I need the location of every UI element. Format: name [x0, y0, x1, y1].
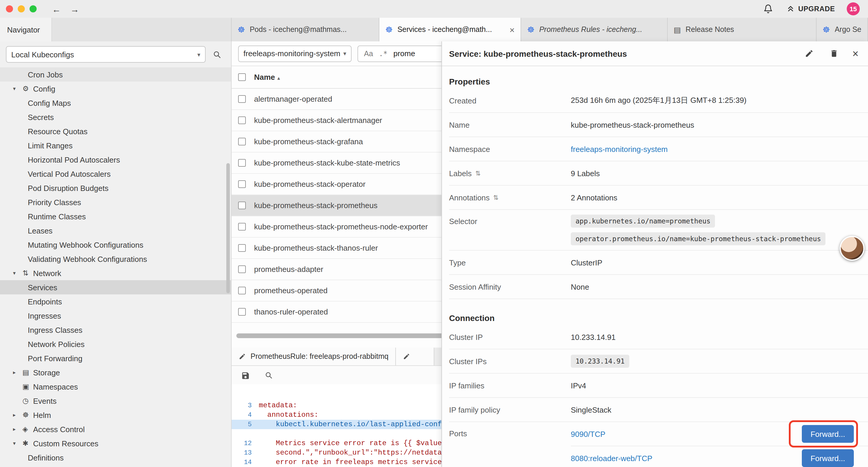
chevron-icon[interactable]: ▸	[13, 370, 23, 375]
notification-count-badge[interactable]: 15	[847, 2, 860, 16]
sidebar-item-label: Endpoints	[28, 297, 62, 306]
close-window-button[interactable]	[6, 5, 13, 12]
sidebar-item[interactable]: Services	[0, 280, 231, 294]
zoom-window-button[interactable]	[30, 5, 37, 12]
port-link[interactable]: 8080:reloader-web/TCP	[571, 454, 652, 463]
tab-services[interactable]: ☸ Services - icecheng@math... ×	[379, 18, 521, 41]
sidebar-item-label: Pod Disruption Budgets	[28, 183, 108, 193]
forward-button[interactable]: Forward...	[802, 425, 854, 443]
sidebar-item[interactable]: Secrets	[0, 110, 231, 124]
service-name: kube-prometheus-stack-prometheus	[254, 201, 378, 210]
dock-tab-partial[interactable]	[396, 348, 435, 365]
tab-bar: Navigator ☸ Pods - icecheng@mathmas... ☸…	[0, 18, 868, 42]
sidebar-item[interactable]: ▾ ⇅ Network	[0, 266, 231, 280]
save-icon[interactable]	[239, 369, 252, 382]
sidebar-item[interactable]: Pod Disruption Budgets	[0, 181, 231, 195]
row-checkbox[interactable]	[238, 159, 246, 167]
sidebar-item[interactable]: Config Maps	[0, 96, 231, 110]
chevron-icon[interactable]: ▸	[13, 426, 23, 432]
expand-toggle-icon[interactable]: ⇅	[475, 169, 481, 177]
sidebar-item[interactable]: Resource Quotas	[0, 124, 231, 138]
dock-tab-prometheusrule[interactable]: PrometheusRule: freeleaps-prod-rabbitmq	[231, 348, 396, 365]
upgrade-button[interactable]: UPGRADE	[786, 5, 835, 13]
chevron-icon[interactable]: ▾	[13, 440, 23, 446]
sidebar-item[interactable]: ▾ ✱ Custom Resources	[0, 436, 231, 450]
sidebar-item[interactable]: ▸ ▤ Storage	[0, 365, 231, 380]
search-icon[interactable]	[262, 369, 275, 382]
row-checkbox[interactable]	[238, 244, 246, 252]
row-checkbox[interactable]	[238, 180, 246, 188]
kubernetes-icon: ☸	[238, 25, 245, 34]
sidebar-item-label: Access Control	[33, 425, 85, 434]
sidebar-item[interactable]: Ingresses	[0, 309, 231, 323]
select-all-checkbox[interactable]	[238, 73, 246, 81]
row-checkbox[interactable]	[238, 95, 246, 103]
sidebar-item-icon: ✱	[23, 439, 33, 447]
properties-heading: Properties	[449, 75, 868, 89]
chevron-icon[interactable]: ▸	[13, 412, 23, 418]
sort-asc-icon: ▴	[277, 75, 280, 81]
property-row-name: Name kube-prometheus-stack-prometheus	[449, 113, 868, 137]
sidebar-item[interactable]: Definitions	[0, 450, 231, 465]
namespace-select[interactable]: freeleaps-monitoring-system ▾	[238, 45, 351, 62]
sidebar-item[interactable]: ▾ ⚙ Config	[0, 82, 231, 96]
tab-pods[interactable]: ☸ Pods - icecheng@mathmas...	[231, 18, 379, 41]
port-link[interactable]: 9090/TCP	[571, 430, 606, 438]
delete-icon[interactable]	[828, 47, 840, 60]
close-tab-icon[interactable]: ×	[505, 25, 515, 35]
row-checkbox[interactable]	[238, 265, 246, 273]
sidebar-item[interactable]: Horizontal Pod Autoscalers	[0, 152, 231, 167]
match-case-toggle[interactable]: Aa	[364, 49, 373, 58]
search-box[interactable]: Aa .* prome	[358, 45, 452, 62]
namespace-link[interactable]: freeleaps-monitoring-system	[571, 145, 668, 153]
kubeconfig-select[interactable]: Local Kubeconfigs ▾	[6, 46, 206, 63]
sidebar-item[interactable]: Validating Webhook Configurations	[0, 252, 231, 266]
close-icon[interactable]: ×	[852, 48, 859, 59]
row-checkbox[interactable]	[238, 116, 246, 124]
tab-argo[interactable]: ☸ Argo Se	[816, 18, 868, 41]
expand-toggle-icon[interactable]: ⇅	[493, 194, 498, 201]
name-column-header[interactable]: Name▴	[254, 73, 280, 82]
sidebar-item[interactable]: Priority Classes	[0, 195, 231, 209]
user-avatar[interactable]	[840, 236, 864, 261]
sidebar-item[interactable]: Cron Jobs	[0, 67, 231, 82]
row-checkbox[interactable]	[238, 287, 246, 294]
edit-icon[interactable]	[803, 47, 816, 60]
minimize-window-button[interactable]	[18, 5, 25, 12]
back-button[interactable]: ←	[52, 4, 61, 14]
double-chevron-up-icon	[786, 5, 795, 13]
sidebar-item[interactable]: ▣ Namespaces	[0, 380, 231, 394]
sidebar-item-label: Cron Jobs	[28, 70, 63, 79]
sidebar-item[interactable]: Mutating Webhook Configurations	[0, 238, 231, 252]
sidebar-item[interactable]: Limit Ranges	[0, 138, 231, 152]
sidebar-item[interactable]: ▸ ◈ Access Control	[0, 422, 231, 436]
sidebar-item[interactable]: ◷ Events	[0, 394, 231, 408]
upgrade-label: UPGRADE	[798, 5, 835, 13]
row-checkbox[interactable]	[238, 138, 246, 145]
row-checkbox[interactable]	[238, 308, 246, 316]
regex-toggle[interactable]: .*	[379, 49, 388, 58]
sidebar-item[interactable]: Runtime Classes	[0, 209, 231, 224]
chevron-icon[interactable]: ▾	[13, 270, 23, 276]
sidebar-item[interactable]: ▸ ☸ Helm	[0, 408, 231, 422]
sidebar-scrollbar[interactable]	[226, 163, 230, 293]
sidebar-item[interactable]: Port Forwarding	[0, 351, 231, 365]
row-checkbox[interactable]	[238, 223, 246, 231]
forward-button[interactable]: →	[70, 4, 79, 14]
search-input[interactable]: prome	[394, 49, 415, 58]
chevron-icon[interactable]: ▾	[13, 86, 23, 92]
sidebar-item[interactable]: Endpoints	[0, 294, 231, 309]
row-checkbox[interactable]	[238, 202, 246, 209]
sidebar-item[interactable]: Vertical Pod Autoscalers	[0, 167, 231, 181]
tab-release-notes[interactable]: ▤ Release Notes	[668, 18, 816, 41]
sidebar-item[interactable]: Ingress Classes	[0, 323, 231, 337]
tab-prometheus-rules[interactable]: ☸ Prometheus Rules - icecheng...	[521, 18, 668, 41]
sidebar-item[interactable]: Network Policies	[0, 337, 231, 351]
service-name: kube-prometheus-stack-grafana	[254, 137, 363, 146]
sidebar-item-label: Network Policies	[28, 340, 85, 348]
sidebar-item[interactable]: Leases	[0, 224, 231, 238]
sidebar-item-label: Port Forwarding	[28, 354, 83, 363]
forward-button[interactable]: Forward...	[802, 449, 854, 467]
search-icon[interactable]	[210, 48, 223, 61]
notifications-bell-icon[interactable]	[762, 2, 775, 16]
